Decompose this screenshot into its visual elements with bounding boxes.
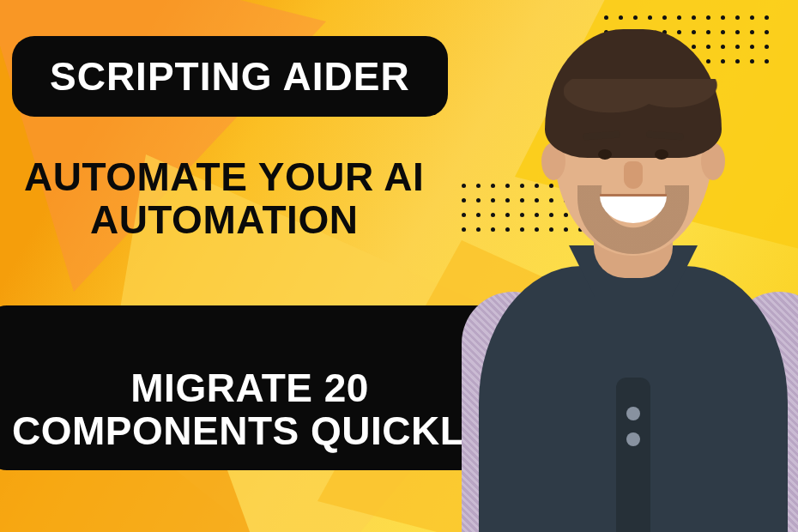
person-illustration <box>453 51 798 532</box>
title-pill: SCRIPTING AIDER <box>12 36 448 117</box>
tagline-pill: MIGRATE 20 COMPONENTS QUICKLY <box>0 305 525 470</box>
tagline-text: MIGRATE 20 COMPONENTS QUICKLY <box>12 366 487 454</box>
subtitle-text: AUTOMATE YOUR AI AUTOMATION <box>24 156 424 241</box>
title-text: SCRIPTING AIDER <box>50 54 410 99</box>
